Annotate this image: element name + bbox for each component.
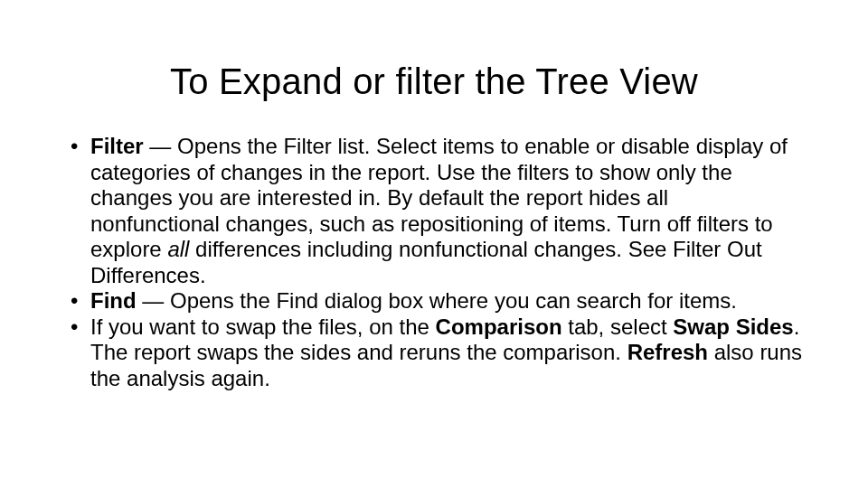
italic-text: all <box>167 237 189 261</box>
bold-text: Filter <box>90 134 144 158</box>
slide: To Expand or filter the Tree View Filter… <box>0 0 868 488</box>
bold-text: Refresh <box>627 340 708 364</box>
bold-text: Comparison <box>436 314 562 339</box>
text: differences including nonfunctional chan… <box>90 237 762 287</box>
text: If you want to swap the files, on the <box>90 314 436 339</box>
list-item: Find — Opens the Find dialog box where y… <box>71 288 803 314</box>
slide-body: Filter — Opens the Filter list. Select i… <box>71 134 803 391</box>
bold-text: Find <box>90 288 137 313</box>
bullet-list: Filter — Opens the Filter list. Select i… <box>71 134 803 391</box>
text: tab, select <box>562 314 674 339</box>
list-item: Filter — Opens the Filter list. Select i… <box>71 134 803 288</box>
list-item: If you want to swap the files, on the Co… <box>71 314 803 392</box>
text: — Opens the Find dialog box where you ca… <box>137 288 737 313</box>
slide-title: To Expand or filter the Tree View <box>0 61 868 102</box>
bold-text: Swap Sides <box>673 314 793 339</box>
